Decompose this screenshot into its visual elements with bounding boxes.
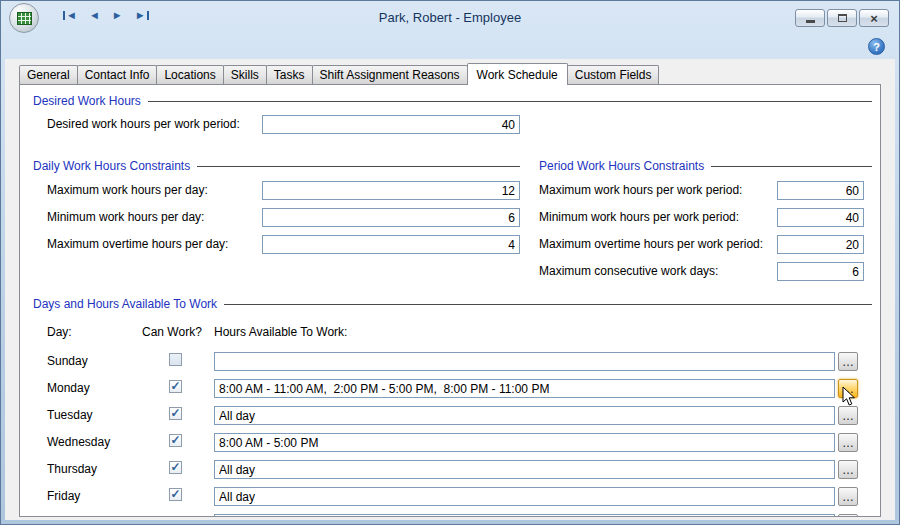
minimize-icon <box>806 20 815 23</box>
table-row-monday: Monday ✓ … <box>20 375 880 402</box>
max-hours-period-input[interactable] <box>777 181 864 200</box>
section-rule <box>224 304 872 305</box>
spreadsheet-icon <box>17 12 32 25</box>
can-work-checkbox-thursday[interactable]: ✓ <box>169 461 182 474</box>
table-row-tuesday: Tuesday ✓ … <box>20 402 880 429</box>
title-bar: ◄ ◄ ► ► Park, Robert - Employee × <box>1 1 899 33</box>
maximize-icon <box>838 14 847 22</box>
day-label: Monday <box>47 381 90 395</box>
desired-hours-label: Desired work hours per work period: <box>47 115 240 134</box>
maximize-button[interactable] <box>827 9 857 27</box>
section-desired-work-hours: Desired Work Hours <box>33 94 872 108</box>
tab-strip: General Contact Info Locations Skills Ta… <box>19 63 659 84</box>
tab-work-schedule[interactable]: Work Schedule <box>467 63 568 85</box>
tab-general[interactable]: General <box>19 65 78 84</box>
record-navigation: ◄ ◄ ► ► <box>63 10 149 21</box>
max-overtime-period-input[interactable] <box>777 235 864 254</box>
client-area: General Contact Info Locations Skills Ta… <box>5 59 895 520</box>
section-rule <box>148 101 872 102</box>
table-row-friday: Friday ✓ … <box>20 483 880 510</box>
check-icon: ✓ <box>170 434 180 446</box>
table-row-thursday: Thursday ✓ … <box>20 456 880 483</box>
close-button[interactable]: × <box>859 9 889 27</box>
last-record-button[interactable]: ► <box>135 10 149 21</box>
section-title: Daily Work Hours Constraints <box>33 159 190 173</box>
min-hours-day-input[interactable] <box>262 208 520 227</box>
day-label: Tuesday <box>47 408 93 422</box>
last-record-icon: ► <box>135 10 146 21</box>
app-icon[interactable] <box>9 3 39 33</box>
day-label: Sunday <box>47 354 88 368</box>
section-days-available: Days and Hours Available To Work <box>33 297 872 311</box>
section-rule <box>197 166 520 167</box>
hours-input-wednesday[interactable] <box>214 433 835 452</box>
hours-input-sunday[interactable] <box>214 352 835 371</box>
next-record-button[interactable]: ► <box>112 10 123 21</box>
section-period-constraints: Period Work Hours Constraints <box>539 159 872 173</box>
window-title: Park, Robert - Employee <box>151 10 749 25</box>
section-title: Period Work Hours Constraints <box>539 159 704 173</box>
max-consecutive-days-input[interactable] <box>777 262 864 281</box>
day-label: Thursday <box>47 462 97 476</box>
can-work-checkbox-friday[interactable]: ✓ <box>169 488 182 501</box>
section-title: Days and Hours Available To Work <box>33 297 217 311</box>
hours-ellipsis-button-thursday[interactable]: … <box>838 460 858 479</box>
section-title: Desired Work Hours <box>33 94 141 108</box>
table-row-sunday: Sunday … <box>20 348 880 375</box>
can-work-checkbox-tuesday[interactable]: ✓ <box>169 407 182 420</box>
column-header-day: Day: <box>47 325 72 339</box>
hours-ellipsis-button-monday[interactable]: … <box>838 379 858 398</box>
days-table: Sunday … Monday ✓ … Tuesday ✓ <box>20 348 880 517</box>
table-row-wednesday: Wednesday ✓ … <box>20 429 880 456</box>
max-hours-period-label: Maximum work hours per work period: <box>539 181 742 200</box>
max-hours-day-label: Maximum work hours per day: <box>47 181 208 200</box>
next-record-icon: ► <box>112 10 123 21</box>
max-hours-day-input[interactable] <box>262 181 520 200</box>
desired-hours-input[interactable] <box>262 115 520 134</box>
min-hours-period-input[interactable] <box>777 208 864 227</box>
hours-ellipsis-button-friday[interactable]: … <box>838 487 858 506</box>
can-work-checkbox-wednesday[interactable]: ✓ <box>169 434 182 447</box>
min-hours-period-label: Minimum work hours per work period: <box>539 208 739 227</box>
max-overtime-day-label: Maximum overtime hours per day: <box>47 235 228 254</box>
day-label: Friday <box>47 489 80 503</box>
can-work-checkbox-sunday[interactable] <box>169 353 182 366</box>
window-controls: × <box>795 9 889 27</box>
can-work-checkbox-monday[interactable]: ✓ <box>169 380 182 393</box>
section-daily-constraints: Daily Work Hours Constraints <box>33 159 520 173</box>
close-icon: × <box>870 12 878 25</box>
hours-input-friday[interactable] <box>214 487 835 506</box>
first-record-button[interactable]: ◄ <box>63 10 77 21</box>
tab-skills[interactable]: Skills <box>223 65 267 84</box>
section-rule <box>711 166 872 167</box>
previous-record-icon: ◄ <box>89 10 100 21</box>
first-record-icon: ◄ <box>66 10 77 21</box>
hours-ellipsis-button-partial[interactable]: … <box>838 514 858 517</box>
tab-locations[interactable]: Locations <box>156 65 223 84</box>
hours-input-monday[interactable] <box>214 379 835 398</box>
tab-tasks[interactable]: Tasks <box>266 65 313 84</box>
hours-input-thursday[interactable] <box>214 460 835 479</box>
hours-input-partial[interactable] <box>214 514 835 517</box>
help-button[interactable]: ? <box>868 38 885 55</box>
hours-ellipsis-button-wednesday[interactable]: … <box>838 433 858 452</box>
check-icon: ✓ <box>170 488 180 500</box>
tab-shift-assignment-reasons[interactable]: Shift Assignment Reasons <box>312 65 468 84</box>
tab-custom-fields[interactable]: Custom Fields <box>567 65 660 84</box>
max-consecutive-days-label: Maximum consecutive work days: <box>539 262 718 281</box>
table-row-partial: … <box>20 510 880 517</box>
hours-input-tuesday[interactable] <box>214 406 835 425</box>
hours-ellipsis-button-sunday[interactable]: … <box>838 352 858 371</box>
min-hours-day-label: Minimum work hours per day: <box>47 208 204 227</box>
hours-ellipsis-button-tuesday[interactable]: … <box>838 406 858 425</box>
max-overtime-day-input[interactable] <box>262 235 520 254</box>
work-schedule-panel: Desired Work Hours Desired work hours pe… <box>19 84 881 517</box>
minimize-button[interactable] <box>795 9 825 27</box>
day-label: Wednesday <box>47 435 110 449</box>
column-header-can-work: Can Work? <box>142 325 202 339</box>
employee-window: ◄ ◄ ► ► Park, Robert - Employee × ? Gene… <box>0 0 900 525</box>
max-overtime-period-label: Maximum overtime hours per work period: <box>539 235 763 254</box>
column-header-hours: Hours Available To Work: <box>214 325 347 339</box>
previous-record-button[interactable]: ◄ <box>89 10 100 21</box>
tab-contact-info[interactable]: Contact Info <box>77 65 158 84</box>
